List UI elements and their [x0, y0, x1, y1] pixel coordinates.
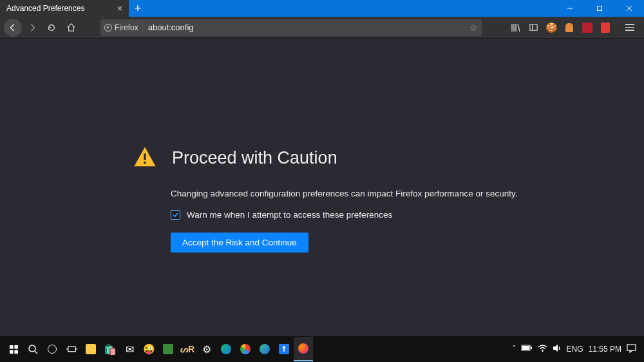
svg-rect-11	[14, 350, 18, 354]
window-controls	[555, 0, 644, 17]
maximize-button[interactable]	[585, 0, 614, 17]
volume-icon[interactable]	[553, 344, 562, 354]
accept-risk-button[interactable]: Accept the Risk and Continue	[171, 233, 308, 252]
warning-panel: Proceed with Caution Changing advanced c…	[132, 145, 518, 252]
start-button[interactable]	[4, 337, 23, 361]
warn-checkbox[interactable]	[171, 210, 180, 220]
warn-checkbox-label: Warn me when I attempt to access these p…	[187, 210, 392, 220]
warning-heading: Proceed with Caution	[172, 148, 337, 168]
taskbar-app-explorer[interactable]	[81, 337, 100, 361]
tab-title: Advanced Preferences	[6, 4, 115, 13]
forward-button[interactable]	[23, 19, 41, 37]
bookmark-star-icon[interactable]: ☆	[469, 23, 478, 33]
warning-icon	[132, 145, 158, 171]
library-icon[interactable]	[509, 21, 522, 34]
browser-tab[interactable]: Advanced Preferences ×	[0, 0, 129, 17]
system-tray: ˆ ENG 11:55 PM	[513, 344, 640, 355]
close-window-button[interactable]	[614, 0, 644, 17]
minimize-button[interactable]	[555, 0, 585, 17]
toolbar-extensions: 🍪	[509, 19, 640, 37]
tray-chevron-icon[interactable]: ˆ	[513, 345, 516, 354]
taskbar-app-facebook[interactable]: f	[274, 337, 294, 361]
url-text: about:config	[143, 23, 469, 32]
svg-rect-21	[627, 345, 636, 350]
identity-box[interactable]: Firefox	[104, 23, 143, 32]
language-indicator[interactable]: ENG	[567, 345, 583, 354]
reload-button[interactable]	[43, 19, 61, 37]
svg-line-13	[35, 351, 37, 354]
taskbar-app-6[interactable]: ᔕR	[178, 337, 197, 361]
svg-rect-4	[529, 24, 536, 30]
svg-rect-14	[68, 347, 75, 352]
svg-point-20	[542, 350, 543, 352]
search-icon[interactable]	[23, 337, 43, 361]
extension-icon-3[interactable]	[581, 21, 594, 34]
extension-icon-2[interactable]	[563, 21, 576, 34]
page-content: Proceed with Caution Changing advanced c…	[0, 39, 644, 336]
taskbar-app-5[interactable]	[158, 337, 178, 361]
taskbar-app-settings[interactable]: ⚙	[197, 337, 216, 361]
new-tab-button[interactable]: +	[129, 0, 147, 17]
taskbar-app-store[interactable]: 🛍️	[100, 337, 120, 361]
taskbar-app-mail[interactable]: ✉	[120, 337, 139, 361]
windows-taskbar: 🛍️ ✉ 😜 ᔕR ⚙ f ˆ ENG 11:55 PM	[0, 336, 644, 362]
warn-checkbox-row[interactable]: Warn me when I attempt to access these p…	[171, 210, 518, 220]
extension-icon-1[interactable]: 🍪	[545, 21, 558, 34]
window-titlebar: Advanced Preferences × +	[0, 0, 644, 17]
sidebar-icon[interactable]	[527, 21, 540, 34]
taskbar-app-edge[interactable]	[216, 337, 236, 361]
close-tab-icon[interactable]: ×	[115, 3, 125, 14]
battery-icon[interactable]	[521, 345, 533, 354]
taskbar-app-firefox[interactable]	[294, 337, 313, 361]
svg-rect-19	[522, 346, 529, 350]
svg-rect-8	[9, 345, 13, 348]
back-button[interactable]	[4, 19, 22, 37]
task-view-icon[interactable]	[62, 337, 81, 361]
extension-icon-4[interactable]	[599, 21, 612, 34]
svg-rect-6	[144, 153, 146, 160]
svg-point-12	[29, 345, 35, 352]
taskbar-app-4[interactable]: 😜	[139, 337, 158, 361]
taskbar-app-edge2[interactable]	[255, 337, 274, 361]
svg-rect-7	[144, 162, 146, 164]
firefox-icon	[104, 24, 112, 32]
svg-rect-18	[531, 347, 532, 349]
taskbar-app-chrome[interactable]	[236, 337, 255, 361]
svg-rect-1	[598, 6, 602, 11]
clock[interactable]: 11:55 PM	[589, 345, 621, 354]
wifi-icon[interactable]	[538, 345, 547, 354]
url-bar[interactable]: Firefox about:config ☆	[100, 19, 482, 36]
warning-body: Changing advanced configuration preferen…	[171, 189, 518, 198]
svg-rect-10	[9, 350, 13, 354]
cortana-icon[interactable]	[43, 337, 62, 361]
svg-rect-9	[14, 345, 18, 348]
home-button[interactable]	[62, 19, 80, 37]
browser-toolbar: Firefox about:config ☆ 🍪	[0, 17, 644, 39]
identity-label: Firefox	[115, 23, 138, 32]
notifications-icon[interactable]	[627, 344, 636, 355]
menu-button[interactable]	[621, 19, 639, 37]
